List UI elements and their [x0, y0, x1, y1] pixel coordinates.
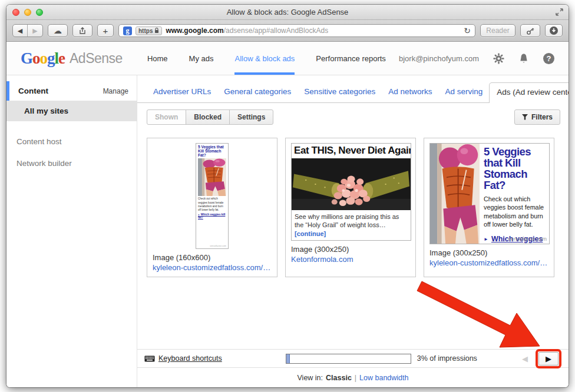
ad-text-column: 5 Veggies that Kill Stomach Fat? Check o… — [480, 144, 549, 244]
ad-card[interactable]: Eat THIS, Never Diet Again — [285, 138, 416, 277]
logo-letter: o — [40, 49, 48, 67]
sidebar: Content Manage All my sites Content host… — [6, 75, 137, 387]
ad-card[interactable]: 5 Veggies that Kill Stomach Fat? Check o… — [424, 138, 554, 277]
url-text: www.google.com/adsense/app#allowAndBlock… — [166, 26, 328, 35]
low-bandwidth-link[interactable]: Low bandwidth — [359, 374, 408, 382]
ad-destination-link[interactable]: kyleleon-customizedfatloss.com/… — [153, 263, 272, 272]
tab-bar: Advertiser URLs General categories Sensi… — [137, 75, 569, 103]
nav-home[interactable]: Home — [147, 42, 168, 75]
account-email: bjork@pinchofyum.com — [399, 54, 479, 63]
https-label: https — [138, 28, 153, 34]
filters-label: Filters — [531, 113, 553, 121]
notifications-button[interactable] — [518, 53, 529, 64]
share-button[interactable] — [72, 24, 92, 37]
sidebar-item-content-host[interactable]: Content host — [6, 131, 137, 152]
help-icon: ? — [543, 53, 554, 64]
next-page-button[interactable]: ▶ — [538, 352, 559, 366]
ad-creative-skyscraper: 5 Veggies that Kill Stomach Fat? — [196, 143, 229, 249]
tab-ads-ad-review-center[interactable]: Ads (Ad review center) — [489, 82, 569, 103]
logo-letter: g — [47, 49, 55, 67]
nav-allow-block-ads[interactable]: Allow & block ads — [234, 42, 295, 75]
ad-title: 5 Veggies that Kill Stomach Fat? — [484, 147, 545, 191]
ad-destination-link[interactable]: kyleleon-customizedfatloss.com/… — [429, 258, 548, 267]
sidebar-item-network-builder[interactable]: Network builder — [6, 152, 137, 174]
main-panel: Advertiser URLs General categories Sensi… — [137, 75, 569, 387]
minimize-window-button[interactable] — [24, 9, 31, 16]
shown-toggle[interactable]: Shown — [147, 109, 186, 125]
ad-link[interactable]: ► Which veggies kill fat? — [198, 213, 226, 219]
ad-size-label: Image (300x250) — [429, 248, 548, 257]
url-domain: www.google.com — [166, 26, 223, 35]
close-window-button[interactable] — [12, 9, 19, 16]
lock-icon — [154, 28, 159, 34]
key-icon — [526, 26, 535, 35]
torso-illustration — [198, 158, 226, 196]
help-button[interactable]: ? — [543, 53, 554, 64]
settings-toggle[interactable]: Settings — [229, 109, 273, 125]
reader-button[interactable]: Reader — [480, 24, 515, 37]
filters-button[interactable]: Filters — [514, 109, 560, 125]
ad-creative-rectangle: 5 Veggies that Kill Stomach Fat? Check o… — [429, 143, 550, 244]
ad-body: Check out which veggies boost female met… — [484, 195, 545, 228]
icloud-tabs-button[interactable]: ☁ — [48, 24, 68, 37]
ad-body-text: See why millions are praising this as th… — [295, 213, 399, 228]
link-bullet-icon: ► — [484, 237, 488, 242]
nav-my-ads[interactable]: My ads — [189, 42, 214, 75]
status-bar: Keyboard shortcuts 3% of impressions ◀ ▶ — [137, 349, 569, 367]
history-nav-group: ◀ ▶ — [12, 24, 43, 37]
window-title: Allow & block ads: Google AdSense — [227, 8, 349, 16]
tab-ad-serving[interactable]: Ad serving — [438, 82, 489, 102]
adsense-brand[interactable]: Google AdSense — [21, 42, 123, 75]
app-body: Content Manage All my sites Content host… — [6, 75, 569, 387]
ad-headline: Eat THIS, Never Diet Again — [292, 144, 411, 158]
ad-attribution: venusfactor.com — [198, 245, 226, 247]
logo-letter: e — [58, 49, 65, 67]
keyboard-shortcuts-label: Keyboard shortcuts — [158, 354, 222, 363]
adsense-header: Google AdSense Home My ads Allow & block… — [6, 42, 569, 75]
site-favicon: g — [123, 26, 132, 35]
new-tab-button[interactable]: + — [97, 24, 114, 37]
blocked-toggle[interactable]: Blocked — [186, 109, 230, 125]
zoom-window-button[interactable] — [36, 9, 43, 16]
tab-ad-networks[interactable]: Ad networks — [382, 82, 438, 102]
download-icon — [549, 26, 559, 35]
keyboard-shortcuts-link[interactable]: Keyboard shortcuts — [144, 354, 222, 363]
ad-size-label: Image (160x600) — [153, 253, 272, 262]
settings-button[interactable] — [493, 53, 504, 64]
https-badge: https — [136, 26, 162, 35]
window-controls — [12, 9, 43, 16]
cloud-icon: ☁ — [54, 26, 62, 35]
previous-page-button[interactable]: ◀ — [517, 352, 533, 366]
tab-sensitive-categories[interactable]: Sensitive categories — [298, 82, 382, 102]
nav-performance-reports[interactable]: Performance reports — [316, 42, 386, 75]
forward-button[interactable]: ▶ — [28, 25, 42, 36]
ad-body: See why millions are praising this as th… — [292, 210, 411, 240]
ad-continue-link[interactable]: [continue] — [295, 230, 326, 237]
downloads-button[interactable] — [545, 24, 563, 37]
main-nav: Home My ads Allow & block ads Performanc… — [147, 42, 386, 75]
sidebar-item-all-my-sites[interactable]: All my sites — [6, 101, 137, 121]
tab-general-categories[interactable]: General categories — [217, 82, 298, 102]
ad-caption: Image (300x250) Ketonformola.com — [291, 245, 410, 264]
ad-destination-link[interactable]: Ketonformola.com — [291, 255, 410, 264]
back-button[interactable]: ◀ — [13, 25, 28, 36]
ad-creative-rectangle: Eat THIS, Never Diet Again — [291, 143, 411, 241]
reload-button[interactable]: ↻ — [464, 26, 471, 35]
ad-card[interactable]: 5 Veggies that Kill Stomach Fat? — [147, 138, 277, 277]
logo-letter: G — [21, 49, 32, 67]
browser-toolbar: ◀ ▶ ☁ + g https — [6, 20, 569, 42]
address-bar[interactable]: g https www.google.com/adsense/app#allow… — [118, 24, 475, 37]
password-button[interactable] — [520, 24, 540, 37]
ad-attribution: venusfactor.com — [508, 236, 547, 242]
ad-size-label: Image (300x250) — [291, 245, 410, 254]
window-titlebar: Allow & block ads: Google AdSense — [6, 5, 569, 20]
footer-separator: | — [355, 374, 356, 382]
impressions-label: 3% of impressions — [417, 354, 477, 363]
tab-advertiser-urls[interactable]: Advertiser URLs — [147, 82, 217, 102]
share-icon — [78, 26, 87, 35]
annotation-highlight-box: ▶ — [536, 349, 561, 368]
ad-cards: 5 Veggies that Kill Stomach Fat? — [137, 131, 569, 277]
manage-link[interactable]: Manage — [103, 87, 128, 95]
fullscreen-icon[interactable] — [555, 8, 564, 16]
ad-body: Check out which veggies boost female met… — [198, 197, 226, 212]
